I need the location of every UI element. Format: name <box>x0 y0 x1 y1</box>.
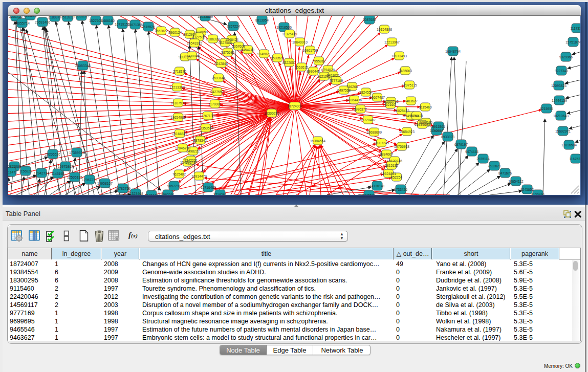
svg-text:9427552: 9427552 <box>210 90 224 94</box>
svg-text:10973493: 10973493 <box>391 54 407 58</box>
svg-text:9242848: 9242848 <box>214 62 228 65</box>
svg-text:1145193: 1145193 <box>51 172 64 176</box>
svg-text:12942737: 12942737 <box>34 171 49 175</box>
svg-text:7719281: 7719281 <box>213 193 227 195</box>
svg-text:19654923: 19654923 <box>399 130 415 134</box>
svg-text:5855061: 5855061 <box>8 165 21 168</box>
svg-text:3267130: 3267130 <box>201 114 214 118</box>
svg-text:7515526: 7515526 <box>142 25 155 29</box>
svg-text:11325419: 11325419 <box>282 32 297 36</box>
svg-text:1562615: 1562615 <box>295 65 308 69</box>
svg-text:8123456: 8123456 <box>531 193 545 195</box>
svg-text:1804421: 1804421 <box>410 114 423 118</box>
svg-text:2935114: 2935114 <box>476 157 490 161</box>
svg-text:8933923: 8933923 <box>441 135 454 139</box>
svg-text:9115460: 9115460 <box>419 105 432 109</box>
svg-text:18300295: 18300295 <box>264 112 279 115</box>
svg-text:9227343: 9227343 <box>555 69 568 73</box>
svg-text:13353594: 13353594 <box>198 126 213 130</box>
svg-text:8186328: 8186328 <box>206 37 220 41</box>
svg-text:18640910: 18640910 <box>292 40 308 44</box>
svg-text:15720407: 15720407 <box>360 118 376 122</box>
svg-text:7986372: 7986372 <box>354 107 367 111</box>
svg-text:9327505: 9327505 <box>219 41 232 45</box>
svg-text:9176443: 9176443 <box>145 193 158 195</box>
svg-text:18724007: 18724007 <box>287 104 302 108</box>
svg-text:16033809: 16033809 <box>198 16 213 18</box>
svg-text:16914479: 16914479 <box>191 174 207 178</box>
svg-text:7485063: 7485063 <box>399 69 412 73</box>
svg-text:62160: 62160 <box>386 103 396 106</box>
svg-text:10210643: 10210643 <box>553 114 569 118</box>
svg-text:18120746: 18120746 <box>387 159 402 163</box>
svg-text:6497568: 6497568 <box>337 89 351 92</box>
svg-text:9535290: 9535290 <box>24 16 37 17</box>
svg-text:2327505: 2327505 <box>192 35 205 39</box>
svg-text:2087682: 2087682 <box>363 18 376 21</box>
svg-text:1733426: 1733426 <box>394 188 407 191</box>
svg-text:1588520: 1588520 <box>271 56 284 60</box>
svg-text:10654112: 10654112 <box>508 180 524 183</box>
svg-text:12505135: 12505135 <box>67 176 82 179</box>
svg-text:9884067: 9884067 <box>380 152 393 156</box>
svg-text:1815132: 1815132 <box>385 164 398 167</box>
svg-text:2367608: 2367608 <box>232 45 245 48</box>
svg-text:8562291: 8562291 <box>161 193 175 195</box>
svg-text:26053346: 26053346 <box>75 64 91 68</box>
svg-text:9657791: 9657791 <box>167 184 181 188</box>
svg-text:8813054: 8813054 <box>255 18 269 22</box>
svg-text:9915361: 9915361 <box>432 125 445 128</box>
svg-text:8322057: 8322057 <box>282 61 296 64</box>
svg-text:1117334: 1117334 <box>570 27 580 30</box>
svg-text:19524851: 19524851 <box>381 172 396 176</box>
svg-text:6235581: 6235581 <box>362 193 376 195</box>
svg-text:19384554: 19384554 <box>310 139 325 143</box>
svg-text:8454749: 8454749 <box>241 48 254 52</box>
svg-text:9342201: 9342201 <box>184 159 198 162</box>
svg-text:3498222: 3498222 <box>186 149 200 153</box>
svg-text:9463627: 9463627 <box>404 99 418 103</box>
svg-text:2180377: 2180377 <box>48 16 61 19</box>
svg-text:19166827: 19166827 <box>172 132 187 136</box>
svg-text:20691406: 20691406 <box>35 20 50 24</box>
svg-text:1170081: 1170081 <box>208 102 222 106</box>
svg-text:6879197: 6879197 <box>454 143 468 146</box>
svg-text:18907249: 18907249 <box>374 141 389 145</box>
svg-text:8471676: 8471676 <box>498 171 512 175</box>
svg-text:19756928: 19756928 <box>394 145 409 148</box>
svg-text:12213369: 12213369 <box>169 85 185 89</box>
svg-text:15692971: 15692971 <box>555 129 571 133</box>
svg-text:2603144: 2603144 <box>212 76 225 80</box>
svg-text:12444159: 12444159 <box>552 99 567 102</box>
svg-text:16543382: 16543382 <box>187 41 202 45</box>
svg-text:15716485: 15716485 <box>201 186 216 189</box>
svg-text:10607487: 10607487 <box>369 96 385 99</box>
svg-text:9245652: 9245652 <box>520 188 534 191</box>
svg-text:10975867: 10975867 <box>58 165 73 168</box>
svg-text:3875685: 3875685 <box>221 51 234 54</box>
svg-text:17016504: 17016504 <box>561 143 577 147</box>
svg-text:7955812: 7955812 <box>312 59 325 63</box>
svg-text:1527602: 1527602 <box>89 19 102 23</box>
svg-text:7663822: 7663822 <box>155 29 168 33</box>
svg-text:16107533: 16107533 <box>170 101 186 105</box>
svg-text:14136141: 14136141 <box>369 184 385 188</box>
svg-text:10688609: 10688609 <box>366 130 382 134</box>
svg-text:19218506: 19218506 <box>276 26 292 29</box>
svg-text:16782759: 16782759 <box>115 187 130 190</box>
svg-text:15751074: 15751074 <box>565 40 580 44</box>
svg-text:12975115: 12975115 <box>402 83 417 87</box>
svg-text:8990448: 8990448 <box>307 70 320 73</box>
svg-text:10025433: 10025433 <box>394 109 409 113</box>
svg-text:19654985: 19654985 <box>170 116 186 119</box>
svg-text:10154808: 10154808 <box>377 28 392 31</box>
svg-text:10958107: 10958107 <box>97 182 113 185</box>
svg-text:20206526: 20206526 <box>45 152 60 156</box>
svg-text:23420046: 23420046 <box>184 54 200 58</box>
svg-text:9474444: 9474444 <box>465 150 478 154</box>
svg-text:9329966: 9329966 <box>559 55 573 59</box>
svg-text:9777169: 9777169 <box>330 79 343 82</box>
svg-text:3911471: 3911471 <box>8 170 17 174</box>
svg-text:3226058: 3226058 <box>194 30 208 34</box>
svg-text:9146821: 9146821 <box>257 52 271 56</box>
